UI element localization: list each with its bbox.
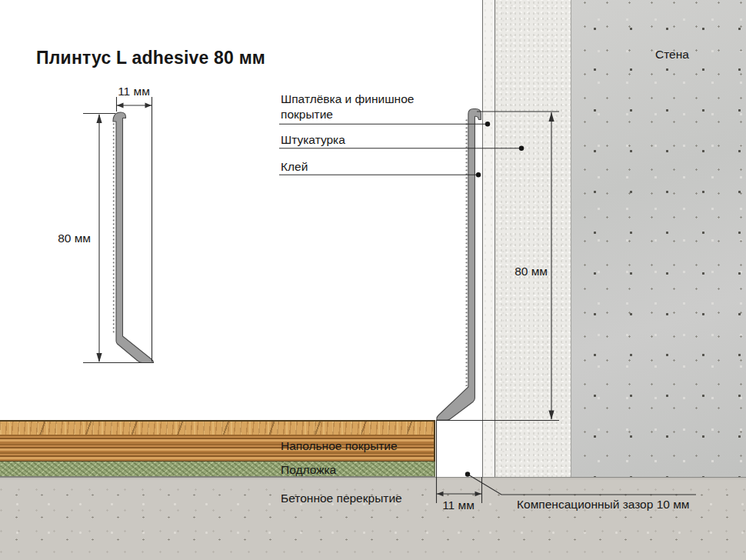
- callout-plaster: Штукатурка: [281, 132, 345, 148]
- profile-serrated-edge: [113, 121, 117, 335]
- profile-height-dimension: 80 мм: [43, 232, 91, 245]
- wall-label: Стена: [655, 47, 689, 62]
- diagram-canvas: Плинтус L adhesive 80 мм 11 мм 80 мм Шпа…: [0, 0, 746, 560]
- floor-covering-label: Напольное покрытие: [281, 438, 398, 454]
- profile-width-dimension: 11 мм: [111, 85, 157, 98]
- callout-glue: Клей: [281, 159, 308, 175]
- installed-profile-serrated-edge: [465, 119, 469, 386]
- callout-putty-finish: Шпатлёвка и финишное покрытие: [281, 92, 418, 122]
- profile-shape: [113, 112, 154, 363]
- wall-layer-boundaries: [0, 0, 746, 478]
- section-height-dimension: 80 мм: [500, 265, 548, 278]
- section-bottom-width-dimension: 11 мм: [435, 498, 481, 512]
- section-dimension-lines: [437, 112, 560, 503]
- installed-profile: [437, 109, 481, 421]
- section-dimension-arrowheads: [437, 112, 555, 496]
- expansion-gap-label: Компенсационный зазор 10 мм: [517, 497, 690, 512]
- diagram-title: Плинтус L adhesive 80 мм: [36, 48, 265, 68]
- profile-dimension-arrowheads: [96, 103, 152, 362]
- slab-label: Бетонное перекрытие: [281, 491, 402, 506]
- profile-cross-section: [113, 112, 154, 363]
- underlay-label: Подложка: [281, 462, 336, 478]
- installed-profile-shape: [437, 109, 481, 421]
